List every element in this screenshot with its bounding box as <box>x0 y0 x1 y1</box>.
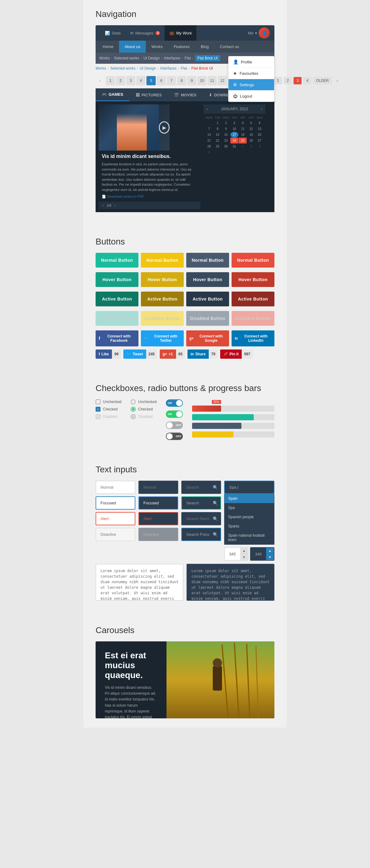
input-alert-light[interactable] <box>95 512 135 525</box>
share-linkedin-btn[interactable]: in Share 79 <box>188 349 218 359</box>
main-nav-blog[interactable]: Blog <box>195 41 214 53</box>
dropdown-logout[interactable]: ⏻ Logout <box>228 91 274 102</box>
cal-day[interactable]: 26 <box>247 137 255 144</box>
cal-day[interactable]: 5 <box>247 120 255 126</box>
cal-day[interactable]: 28 <box>205 144 213 149</box>
cal-day[interactable]: 10 <box>230 126 238 132</box>
page-6[interactable]: 6 <box>156 76 166 85</box>
cal-day[interactable]: 13 <box>256 126 264 132</box>
cal-day[interactable]: 1 <box>214 120 221 126</box>
cal-day[interactable]: 9 <box>222 126 230 132</box>
main-nav-works[interactable]: Works <box>146 41 168 53</box>
autocomplete-option-spain-football[interactable]: Spain national football team <box>225 531 274 545</box>
nav-stats[interactable]: 📊 Stats <box>100 25 125 41</box>
bc-light-interfaces[interactable]: Interfaces <box>160 66 177 70</box>
radio-checked[interactable]: Checked <box>131 407 156 412</box>
cal-day[interactable]: 23 <box>222 137 230 144</box>
nav-my-work[interactable]: 💼 My Work <box>165 25 196 41</box>
cal-day[interactable]: 4 <box>205 149 213 155</box>
avatar[interactable]: 👤 <box>259 27 270 38</box>
stepper-input-1[interactable] <box>225 548 240 560</box>
btn-green-hover[interactable]: Hover Button <box>95 272 138 287</box>
nav-messages[interactable]: ✉ Messages 3 <box>125 25 165 41</box>
page-prev[interactable]: ‹ <box>95 76 105 85</box>
bc-dark-works[interactable]: Works <box>99 56 110 60</box>
btn-twitter[interactable]: 🐦 Connect with Twitter <box>141 331 184 346</box>
cal-day[interactable]: 8 <box>214 126 221 132</box>
autocomplete-option-sparta[interactable]: Sparta <box>225 522 274 531</box>
play-button[interactable]: ▶ <box>159 121 170 134</box>
dropdown-favourites[interactable]: ★ Favourites <box>228 68 274 79</box>
btn-green-normal[interactable]: Normal Button <box>95 253 138 268</box>
search-focused2-icon[interactable]: 🔍 <box>213 532 218 537</box>
checkbox-box-unchecked[interactable] <box>95 399 101 404</box>
stepper-up-2[interactable]: ▲ <box>266 548 274 554</box>
btn-dark-active[interactable]: Active Button <box>186 291 229 306</box>
search-focused-icon[interactable]: 🔍 <box>213 501 218 505</box>
btn-linkedin[interactable]: in Connect with LinkedIn <box>232 331 275 346</box>
main-nav-about[interactable]: About us <box>119 41 146 53</box>
cal-day[interactable]: 2 <box>222 120 230 126</box>
page-11[interactable]: 11 <box>207 76 217 85</box>
cal-day[interactable]: 4 <box>239 120 247 126</box>
input-normal-dark[interactable] <box>138 480 178 494</box>
cal-day[interactable]: 19 <box>247 132 255 137</box>
search-icon[interactable]: 🔍 <box>213 485 218 490</box>
cal-day[interactable]: 6 <box>256 120 264 126</box>
share-tweet-btn[interactable]: 🐦 Tweet 245 <box>123 349 157 359</box>
page-8[interactable]: 8 <box>177 76 186 85</box>
btn-red-active[interactable]: Active Button <box>232 291 275 306</box>
autocomplete-option-spain[interactable]: Spain <box>225 494 274 503</box>
main-nav-contact[interactable]: Contact us <box>214 41 245 53</box>
cal-next[interactable]: › <box>261 107 262 111</box>
cal-day-highlighted[interactable]: 25 <box>239 137 247 144</box>
media-nav-prev[interactable]: ‹ <box>103 204 104 207</box>
bc-light-flat[interactable]: Flat <box>181 66 187 70</box>
bc-dark-selected[interactable]: Selected works <box>114 56 139 60</box>
input-alert-dark[interactable] <box>138 512 178 525</box>
share-pin-btn[interactable]: 📌 Pin it 597 <box>220 349 253 359</box>
tab-movies[interactable]: 🎬 MOVIES <box>168 88 203 101</box>
bc-light-selected[interactable]: Selected works <box>110 66 135 70</box>
toggle-gray-off[interactable]: OFF <box>166 422 183 429</box>
bc-dark-interfaces[interactable]: Interfaces <box>164 56 180 60</box>
page-older-next[interactable]: › <box>333 77 341 85</box>
dropdown-profile[interactable]: 👤 Profile <box>228 56 274 68</box>
cal-day[interactable]: 3 <box>230 120 238 126</box>
btn-dark-hover[interactable]: Hover Button <box>186 272 229 287</box>
page-12[interactable]: 12 <box>218 76 227 85</box>
share-like-btn[interactable]: f Like 99 <box>95 349 121 359</box>
btn-red-hover[interactable]: Hover Button <box>232 272 275 287</box>
search-normal2-icon[interactable]: 🔍 <box>213 516 218 521</box>
stepper-down-1[interactable]: ▼ <box>240 554 248 560</box>
page-2[interactable]: 2 <box>116 76 125 85</box>
bc-dark-ui[interactable]: UI Design <box>143 56 160 60</box>
toggle-blue-on[interactable]: ON <box>166 399 183 407</box>
page-9[interactable]: 9 <box>187 76 196 85</box>
page-5[interactable]: 5 <box>146 76 156 85</box>
cal-day[interactable]: 7 <box>205 126 213 132</box>
cal-day[interactable]: 27 <box>256 137 264 144</box>
input-normal-light[interactable] <box>95 480 135 494</box>
stepper-up-1[interactable]: ▲ <box>240 548 248 554</box>
checkbox-unchecked[interactable]: Unchecked <box>95 399 121 404</box>
checkbox-checked[interactable]: Checked <box>95 407 121 412</box>
page-10[interactable]: 10 <box>197 76 206 85</box>
bc-dark-flat[interactable]: Flat <box>185 56 191 60</box>
page-n1[interactable]: 1 <box>274 77 282 84</box>
page-n3[interactable]: 3 <box>293 77 302 84</box>
cal-day[interactable]: 30 <box>222 144 230 149</box>
cal-day[interactable] <box>205 120 213 126</box>
page-older[interactable]: OLDER <box>313 77 332 84</box>
cal-day[interactable]: 11 <box>239 126 247 132</box>
autocomplete-option-spanish[interactable]: Spanish people <box>225 513 274 522</box>
bc-light-ui[interactable]: UI Design <box>140 66 156 70</box>
stepper-down-2[interactable]: ▼ <box>266 554 274 560</box>
cal-day[interactable]: 2 <box>247 144 255 149</box>
radio-checked-btn[interactable] <box>131 407 136 412</box>
cal-day[interactable]: 16 <box>222 132 230 137</box>
tab-games[interactable]: 🎮 GAMES <box>95 88 130 101</box>
btn-green-active[interactable]: Active Button <box>95 291 138 306</box>
main-nav-features[interactable]: Features <box>168 41 195 53</box>
main-nav-home[interactable]: Home <box>97 41 119 53</box>
